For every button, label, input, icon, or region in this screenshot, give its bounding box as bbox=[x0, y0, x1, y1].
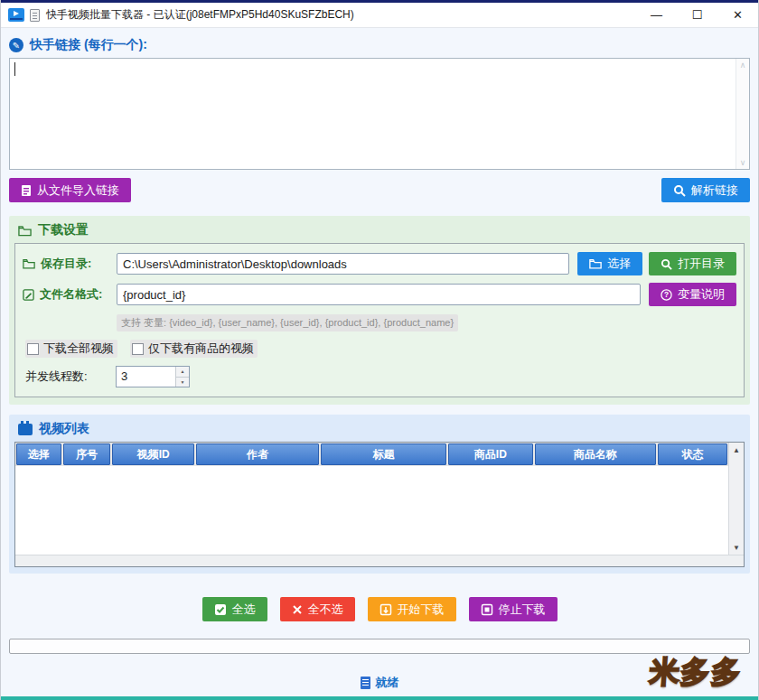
col-product-name[interactable]: 商品名称 bbox=[535, 443, 657, 465]
threads-spinner[interactable]: 3 ▲ ▼ bbox=[116, 366, 190, 387]
video-list-header-row: 视频列表 bbox=[14, 420, 745, 438]
video-table-header: 选择 序号 视频ID 作者 标题 商品ID 商品名称 状态 bbox=[15, 443, 728, 466]
filename-label-wrap: 文件名格式: bbox=[23, 286, 117, 303]
bottom-accent-strip bbox=[1, 696, 758, 700]
app-window: 快手视频批量下载器 - 已认证(j08etFMPxP5Hd40SKuSFZbEC… bbox=[0, 0, 759, 700]
status-text: 就绪 bbox=[376, 675, 399, 691]
video-table-columns: 选择 序号 视频ID 作者 标题 商品ID 商品名称 状态 bbox=[15, 443, 728, 555]
title-bar: 快手视频批量下载器 - 已认证(j08etFMPxP5Hd40SKuSFZbEC… bbox=[1, 3, 758, 28]
folder-icon bbox=[18, 225, 32, 237]
video-table: 选择 序号 视频ID 作者 标题 商品ID 商品名称 状态 ▲ bbox=[14, 442, 745, 567]
vars-hint: 支持 变量: {video_id}, {user_name}, {user_id… bbox=[117, 314, 458, 331]
start-download-label: 开始下载 bbox=[398, 602, 445, 618]
select-none-label: 全不选 bbox=[308, 602, 343, 618]
filename-format-input[interactable] bbox=[117, 284, 641, 305]
col-author[interactable]: 作者 bbox=[196, 443, 319, 465]
video-table-body bbox=[15, 466, 728, 555]
scroll-down-icon[interactable]: ▼ bbox=[733, 541, 740, 554]
threads-value[interactable]: 3 bbox=[117, 367, 175, 387]
choose-dir-button[interactable]: 选择 bbox=[577, 252, 642, 275]
file-icon bbox=[21, 184, 32, 197]
settings-header-row: 下载设置 bbox=[14, 221, 745, 239]
search-icon bbox=[661, 258, 672, 270]
status-icon bbox=[361, 677, 370, 689]
window-title: 快手视频批量下载器 - 已认证(j08etFMPxP5Hd40SKuSFZbEC… bbox=[46, 7, 354, 23]
filename-buttons: ? 变量说明 bbox=[649, 283, 736, 306]
download-all-label: 下载全部视频 bbox=[43, 341, 114, 357]
checkbox-row: 下载全部视频 仅下载有商品的视频 bbox=[23, 340, 736, 358]
video-list-icon bbox=[18, 424, 33, 435]
spin-down-button[interactable]: ▼ bbox=[176, 378, 189, 387]
settings-box: 保存目录: 选择 打开目录 bbox=[14, 243, 745, 397]
choose-dir-label: 选择 bbox=[607, 256, 631, 272]
checkbox-icon[interactable] bbox=[132, 343, 144, 355]
col-select[interactable]: 选择 bbox=[16, 443, 61, 465]
stop-icon bbox=[481, 603, 493, 616]
spin-up-button[interactable]: ▲ bbox=[176, 367, 189, 378]
threads-label: 并发线程数: bbox=[25, 369, 116, 385]
checkbox-icon[interactable] bbox=[27, 343, 39, 355]
links-buttons-row: 从文件导入链接 解析链接 bbox=[9, 178, 750, 202]
stop-download-label: 停止下载 bbox=[499, 602, 546, 618]
scroll-up-icon[interactable]: ∧ bbox=[740, 61, 746, 70]
folder-icon bbox=[23, 258, 35, 269]
start-download-button[interactable]: 开始下载 bbox=[368, 597, 456, 621]
select-none-button[interactable]: 全不选 bbox=[280, 597, 355, 621]
main-content: ✎ 快手链接 (每行一个): ∧ ∨ 从文件导入链接 解析链接 bbox=[1, 36, 758, 691]
table-horizontal-scrollbar[interactable] bbox=[15, 555, 744, 566]
threads-row: 并发线程数: 3 ▲ ▼ bbox=[23, 366, 736, 387]
import-from-file-label: 从文件导入链接 bbox=[37, 182, 119, 199]
search-icon bbox=[673, 184, 686, 197]
maximize-button[interactable]: ☐ bbox=[677, 3, 717, 27]
parse-links-button[interactable]: 解析链接 bbox=[661, 178, 750, 202]
parse-links-label: 解析链接 bbox=[691, 182, 738, 199]
links-textarea[interactable] bbox=[10, 59, 736, 169]
links-label-row: ✎ 快手链接 (每行一个): bbox=[9, 36, 750, 54]
select-all-label: 全选 bbox=[232, 602, 256, 618]
filename-label: 文件名格式: bbox=[40, 286, 102, 303]
spinner-buttons: ▲ ▼ bbox=[175, 367, 189, 387]
open-dir-button[interactable]: 打开目录 bbox=[649, 252, 736, 275]
app-player-icon bbox=[8, 8, 24, 22]
table-vertical-scrollbar[interactable]: ▲ ▼ bbox=[728, 443, 744, 555]
col-status[interactable]: 状态 bbox=[658, 443, 727, 465]
links-textarea-wrap: ∧ ∨ bbox=[9, 58, 750, 170]
open-dir-label: 打开目录 bbox=[678, 256, 725, 272]
close-button[interactable]: ✕ bbox=[717, 3, 758, 27]
progress-bar bbox=[9, 639, 750, 654]
svg-text:?: ? bbox=[664, 290, 669, 299]
save-dir-row: 保存目录: 选择 打开目录 bbox=[23, 252, 736, 275]
col-index[interactable]: 序号 bbox=[63, 443, 110, 465]
stop-download-button[interactable]: 停止下载 bbox=[469, 597, 558, 621]
select-all-button[interactable]: 全选 bbox=[202, 597, 267, 621]
col-product-id[interactable]: 商品ID bbox=[448, 443, 532, 465]
filename-row: 文件名格式: ? 变量说明 bbox=[23, 283, 736, 306]
checked-box-icon bbox=[214, 603, 227, 616]
download-settings-section: 下载设置 保存目录: 选择 bbox=[9, 216, 750, 405]
app-doc-icon bbox=[30, 9, 40, 22]
col-title[interactable]: 标题 bbox=[321, 443, 446, 465]
save-dir-input[interactable] bbox=[117, 253, 569, 275]
status-bar: 就绪 bbox=[9, 675, 750, 691]
folder-icon bbox=[589, 258, 602, 269]
edit-icon bbox=[23, 289, 34, 301]
only-product-checkbox[interactable]: 仅下载有商品的视频 bbox=[130, 340, 258, 358]
variables-help-button[interactable]: ? 变量说明 bbox=[649, 283, 736, 306]
import-from-file-button[interactable]: 从文件导入链接 bbox=[9, 178, 131, 202]
only-product-label: 仅下载有商品的视频 bbox=[148, 341, 254, 357]
video-table-top: 选择 序号 视频ID 作者 标题 商品ID 商品名称 状态 ▲ bbox=[15, 443, 744, 555]
download-icon bbox=[380, 603, 392, 616]
minimize-button[interactable]: — bbox=[636, 3, 677, 27]
col-video-id[interactable]: 视频ID bbox=[112, 443, 194, 465]
scroll-up-icon[interactable]: ▲ bbox=[733, 443, 740, 456]
midoduo-logo: 米多多 bbox=[648, 652, 743, 693]
scroll-down-icon[interactable]: ∨ bbox=[740, 158, 746, 167]
textarea-scrollbar[interactable]: ∧ ∨ bbox=[736, 59, 749, 169]
download-all-checkbox[interactable]: 下载全部视频 bbox=[25, 340, 117, 358]
actions-row: 全选 全不选 开始下载 停止下载 bbox=[9, 597, 750, 621]
links-label: 快手链接 (每行一个): bbox=[30, 37, 147, 53]
window-controls: — ☐ ✕ bbox=[636, 3, 758, 27]
video-list-section: 视频列表 选择 序号 视频ID 作者 标题 商品ID 商品名称 状态 bbox=[9, 415, 750, 574]
save-dir-buttons: 选择 打开目录 bbox=[577, 252, 736, 275]
save-dir-label-wrap: 保存目录: bbox=[23, 256, 117, 272]
